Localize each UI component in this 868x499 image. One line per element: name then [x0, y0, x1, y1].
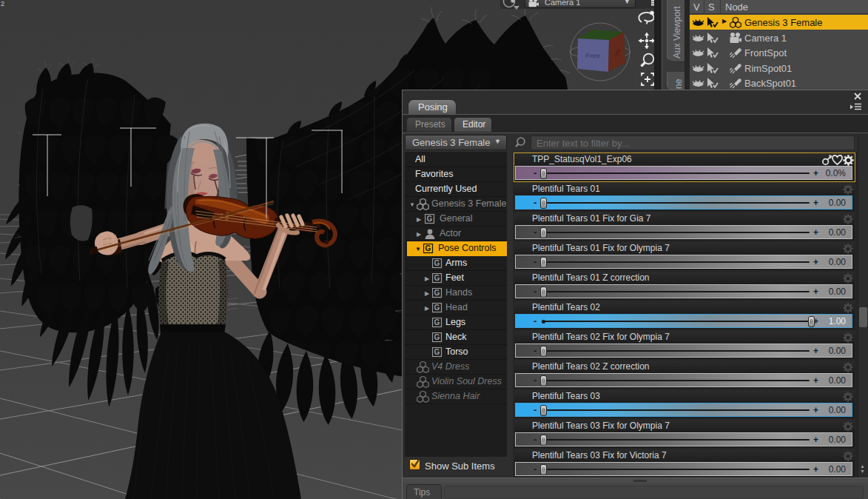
svg-text:G: G — [434, 333, 440, 341]
svg-text:G: G — [434, 318, 440, 326]
svg-text:G: G — [427, 215, 433, 223]
svg-text:G: G — [434, 274, 440, 282]
svg-text:2: 2 — [1, 0, 4, 7]
svg-text:G: G — [434, 348, 440, 356]
svg-text:G: G — [434, 304, 440, 312]
svg-text:G: G — [434, 259, 440, 267]
svg-text:G: G — [434, 289, 440, 297]
svg-text:Front: Front — [585, 53, 600, 60]
svg-text:G: G — [425, 244, 431, 252]
